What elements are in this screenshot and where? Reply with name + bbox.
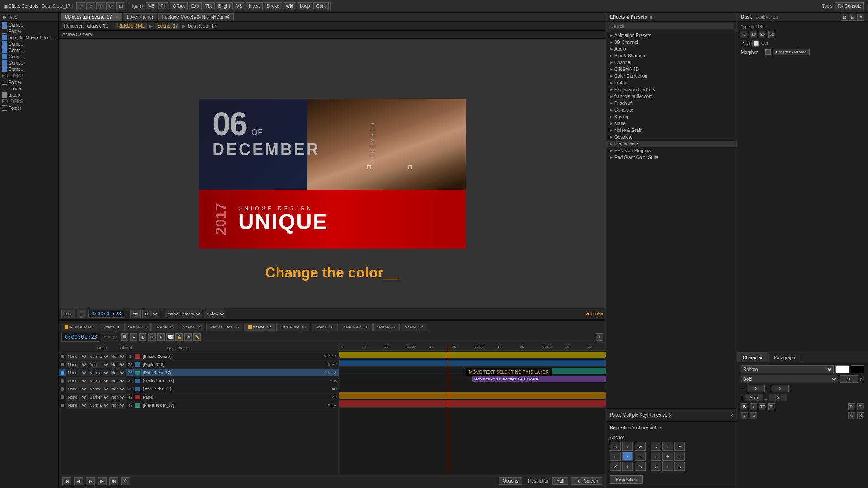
layer-row-3[interactable]: None Normal None 26 [Data & etc_17] ✓ fx… bbox=[59, 369, 339, 377]
tab-comp-close[interactable]: × bbox=[116, 15, 118, 19]
mode-select-4[interactable]: None bbox=[66, 377, 88, 385]
effect-cinema4d[interactable]: ▶ CINEMA 4D bbox=[606, 66, 737, 73]
align-left-btn[interactable]: ≡ bbox=[741, 412, 748, 419]
project-item-render-me[interactable]: Comp... bbox=[0, 22, 58, 28]
trk-select-2[interactable]: Add bbox=[88, 361, 109, 368]
anchor-arrow-tl[interactable]: ↖ bbox=[651, 442, 661, 451]
project-item-folder3[interactable]: Folder bbox=[0, 85, 58, 92]
sub-btn[interactable]: T₁ bbox=[848, 403, 855, 410]
trk2-select-4[interactable]: None bbox=[109, 377, 126, 385]
toggle-solo-btn[interactable]: ◐ bbox=[139, 333, 146, 341]
fx-icons-2[interactable]: fx ✓ / bbox=[328, 362, 337, 366]
tbt-btn[interactable]: Tbt bbox=[203, 2, 214, 10]
eye-3[interactable] bbox=[59, 371, 66, 375]
invert-btn[interactable]: Invert bbox=[246, 2, 263, 10]
tab-footage[interactable]: Footage Model #2- Nicili-HD.mp4 bbox=[158, 13, 234, 21]
shy-btn[interactable]: 👁 bbox=[184, 333, 192, 341]
trk-select-4[interactable]: Normal bbox=[88, 377, 109, 385]
fill-btn[interactable]: Fill bbox=[158, 2, 170, 10]
effects-panel-menu[interactable]: ≡ bbox=[650, 14, 652, 20]
position-tool[interactable]: ✥ bbox=[106, 2, 115, 10]
dusk-size-10[interactable]: 10 bbox=[750, 31, 757, 38]
dusk-icon3[interactable]: ≡ bbox=[857, 14, 864, 21]
anchor-arrow-tr[interactable]: ↗ bbox=[674, 442, 685, 451]
loop-btn[interactable]: Loop bbox=[297, 2, 312, 10]
trk2-select-7[interactable]: None bbox=[109, 402, 126, 409]
anchor-cell-mc[interactable]: · bbox=[622, 452, 633, 461]
anchor-arrow-br[interactable]: ↘ bbox=[674, 462, 685, 471]
mode-select-7[interactable]: None bbox=[66, 402, 88, 409]
timeline-tab-scene17[interactable]: Scene_17 bbox=[244, 323, 276, 331]
fx-icons-5[interactable]: fx / bbox=[332, 387, 337, 391]
zoom-btn[interactable]: 50% bbox=[61, 310, 75, 318]
mode-select-6[interactable]: None bbox=[66, 394, 88, 401]
stroke-btn[interactable]: Stroke bbox=[264, 2, 282, 10]
smallcaps-btn[interactable]: Tt bbox=[768, 403, 775, 410]
anchor-cell-bc[interactable]: ↓ bbox=[622, 462, 633, 471]
effect-controls-tab[interactable]: Effect Controls bbox=[9, 4, 38, 9]
timeline-tab-vtxt15[interactable]: Vertical Text_15 bbox=[206, 323, 243, 331]
fx-icons-7[interactable]: fx / ✗ bbox=[328, 403, 337, 407]
font-family-select[interactable]: Roboto bbox=[741, 365, 834, 373]
camera-select[interactable]: Active Camera bbox=[165, 310, 202, 318]
layer-row-7[interactable]: None Normal None 47 [PlaceHolder_17] fx … bbox=[59, 401, 339, 409]
timeline-time-display[interactable]: 0:00:01:23 bbox=[61, 333, 100, 342]
fit-btn[interactable]: ⬚ bbox=[77, 310, 86, 318]
project-item-comp4[interactable]: Comp... bbox=[0, 60, 58, 66]
font-size-input[interactable] bbox=[840, 375, 858, 383]
effect-expression[interactable]: ▶ Expression Controls bbox=[606, 86, 737, 93]
preview-area[interactable]: 06 OF DECEMBER DECEMBER 2017 UNIQUE DESI… bbox=[59, 39, 606, 308]
trk-select-3[interactable]: Normal bbox=[88, 369, 109, 376]
dusk-js-btn[interactable]: ⬜ bbox=[752, 40, 760, 47]
exp-btn[interactable]: Exp bbox=[189, 2, 202, 10]
go-end-btn[interactable]: ⏭ bbox=[109, 477, 118, 485]
mode-select-3[interactable]: None bbox=[66, 369, 88, 376]
morpher-create-btn[interactable]: Create Keyframe bbox=[773, 49, 810, 55]
mode-select-2[interactable]: None bbox=[66, 361, 88, 368]
vs-btn[interactable]: VS bbox=[234, 2, 245, 10]
timeline-tab-scene13[interactable]: Scene_13 bbox=[124, 323, 151, 331]
project-item-comp1[interactable]: Comp... bbox=[0, 41, 58, 47]
scale-tool[interactable]: ⊡ bbox=[116, 2, 125, 10]
project-item-folder1[interactable]: Folder bbox=[0, 28, 58, 34]
kerning-input[interactable] bbox=[771, 385, 789, 392]
effect-noise[interactable]: ▶ Noise & Grain bbox=[606, 127, 737, 134]
bold-btn[interactable]: B bbox=[741, 403, 748, 410]
trk2-select-2[interactable]: None bbox=[109, 361, 126, 368]
anchor-cell-mr[interactable]: → bbox=[635, 452, 646, 461]
prev-frame-btn[interactable]: ◀ bbox=[74, 477, 83, 485]
offset-btn[interactable]: Offset bbox=[170, 2, 188, 10]
data-tab[interactable]: Data & etc_17 bbox=[42, 4, 70, 9]
anchor-tool[interactable]: ✛ bbox=[96, 2, 105, 10]
leading-input[interactable] bbox=[745, 394, 763, 401]
next-frame-btn[interactable]: ▶| bbox=[98, 477, 107, 485]
timeline-tab-data17[interactable]: Data & etc_17 bbox=[276, 323, 310, 331]
viewer-time[interactable]: 0:00:01:23 bbox=[88, 310, 124, 318]
font-color-swatch[interactable] bbox=[835, 365, 849, 373]
bg-color-swatch[interactable] bbox=[851, 365, 864, 373]
effect-audio[interactable]: ▶ Audio bbox=[606, 46, 737, 52]
eye-2[interactable] bbox=[59, 363, 66, 366]
play-btn[interactable]: ▶ bbox=[86, 477, 95, 485]
anchor-arrow-tc[interactable]: ↑ bbox=[662, 442, 673, 451]
project-item-comp3[interactable]: Comp... bbox=[0, 53, 58, 60]
fx-icons-3[interactable]: ✓ fx / ✗ bbox=[324, 371, 337, 375]
project-item-comp5[interactable]: Comp... bbox=[0, 66, 58, 72]
trk2-select-3[interactable]: None bbox=[109, 369, 126, 376]
effect-revision[interactable]: ▶ REVision Plug-ins bbox=[606, 147, 737, 154]
trk-select-6[interactable]: Darken bbox=[88, 394, 109, 401]
view-count-select[interactable]: 1 View bbox=[204, 310, 226, 318]
anchor-cell-bl[interactable]: ↙ bbox=[610, 462, 621, 471]
anchor-cell-tl[interactable]: ↖ bbox=[610, 442, 621, 451]
resolution-btn[interactable]: Half bbox=[552, 477, 569, 485]
trk-select-5[interactable]: Normal bbox=[88, 385, 109, 393]
layer-row-6[interactable]: None Darken None 42 Panel ✓ / bbox=[59, 393, 339, 401]
timeline-tab-scene3[interactable]: Scene_3 bbox=[99, 323, 123, 331]
paste-close-btn[interactable]: × bbox=[731, 413, 733, 418]
effects-search-input[interactable] bbox=[609, 23, 734, 29]
select-tool[interactable]: ↖ bbox=[76, 2, 85, 10]
effect-obsolete[interactable]: ▶ Obsolete bbox=[606, 134, 737, 141]
timeline-tab-scene18[interactable]: Scene_18 bbox=[311, 323, 338, 331]
timeline-tab-scene12[interactable]: Scene_12 bbox=[401, 323, 427, 331]
layer-row-4[interactable]: None Normal None 32 [Vertical Text_17] ✓… bbox=[59, 377, 339, 385]
